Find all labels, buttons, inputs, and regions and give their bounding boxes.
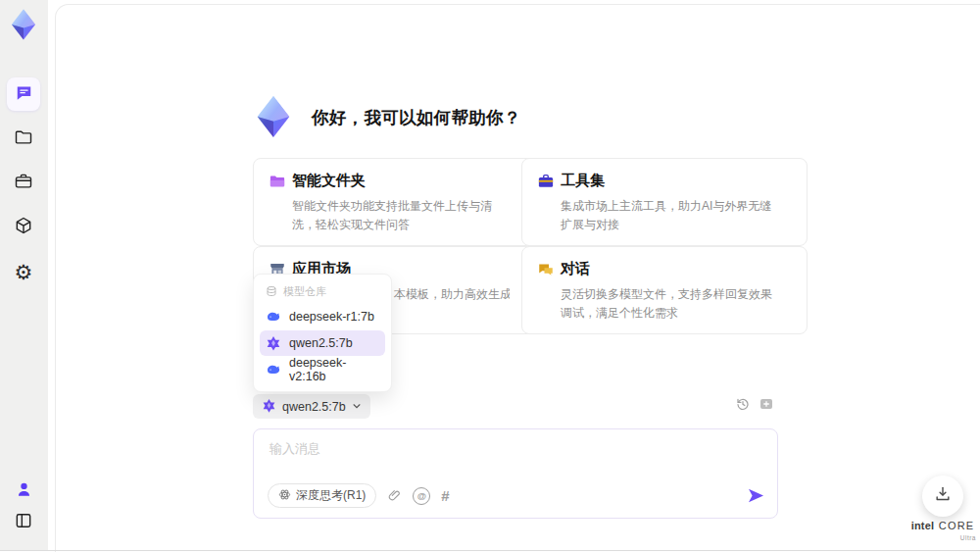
model-dropdown: 模型仓库 deepseek-r1:7b qwen2.5:7b deepseek-… (253, 274, 392, 392)
intel-wordmark: intel (911, 520, 935, 531)
send-button[interactable] (747, 486, 765, 505)
attachment-icon[interactable] (387, 488, 402, 503)
sidebar-item-panel[interactable] (13, 512, 34, 533)
intel-sub-label: Ultra (904, 534, 976, 541)
window-bottom-edge (0, 550, 980, 551)
model-dropdown-header: 模型仓库 (254, 280, 391, 303)
sidebar-item-folders[interactable] (13, 128, 34, 150)
card-title: 对话 (561, 260, 590, 278)
gear-icon: ⚙ (15, 262, 33, 282)
card-toolset[interactable]: 工具集 集成市场上主流工具，助力AI与外界无缝扩展与对接 (521, 158, 808, 246)
card-smart-folder[interactable]: 智能文件夹 智能文件夹功能支持批量文件上传与清洗，轻松实现文件问答 (253, 158, 539, 246)
intel-core-badge: intel core Ultra (904, 516, 980, 541)
model-selector-label: qwen2.5:7b (282, 400, 346, 414)
card-description: 灵活切换多模型文件，支持多样回复效果调试，满足个性化需求 (561, 285, 778, 322)
composer: 深度思考(R1) @ # (253, 428, 778, 519)
sidebar-item-toolbox[interactable] (13, 173, 34, 194)
deepseek-icon (266, 309, 281, 325)
deep-think-label: 深度思考(R1) (296, 487, 366, 504)
model-source-icon (266, 285, 277, 299)
prompt-hash-icon[interactable]: # (441, 488, 449, 503)
folder-icon (269, 173, 286, 190)
deepseek-icon (266, 362, 281, 377)
folder-outline-icon (14, 127, 33, 151)
briefcase-outline-icon (14, 172, 33, 195)
card-dialog[interactable]: 对话 灵活切换多模型文件，支持多样回复效果调试，满足个性化需求 (521, 246, 808, 334)
sidebar-item-settings[interactable]: ⚙ (13, 261, 34, 282)
sidebar: ⚙ (0, 0, 48, 550)
qwen-icon (266, 335, 281, 351)
card-description: 集成市场上主流工具，助力AI与外界无缝扩展与对接 (561, 197, 778, 233)
atom-icon (278, 488, 291, 504)
core-wordmark: core (939, 520, 975, 531)
chevron-down-icon (352, 400, 362, 414)
app-logo-icon (7, 8, 40, 41)
card-title: 工具集 (561, 172, 605, 190)
new-chat-icon[interactable] (759, 396, 774, 412)
card-title: 智能文件夹 (292, 172, 366, 190)
dropdown-item-label: qwen2.5:7b (289, 336, 353, 350)
mention-icon[interactable]: @ (413, 487, 430, 505)
qwen-icon (262, 398, 276, 416)
layout-panel-icon (14, 511, 33, 534)
sidebar-item-models[interactable] (13, 217, 34, 238)
user-icon (15, 480, 33, 503)
greeting-text: 你好，我可以如何帮助你？ (312, 106, 521, 129)
dropdown-item-label: deepseek-v2:16b (289, 356, 379, 383)
greeting-logo-icon (251, 94, 296, 139)
card-description: 智能文件夹功能支持批量文件上传与清洗，轻松实现文件问答 (292, 197, 510, 233)
dropdown-item-qwen[interactable]: qwen2.5:7b (260, 330, 385, 356)
deep-think-toggle[interactable]: 深度思考(R1) (268, 483, 376, 508)
message-input[interactable] (268, 438, 761, 476)
history-icon[interactable] (735, 396, 751, 412)
toolbox-icon (537, 173, 555, 190)
dropdown-item-deepseek-r1[interactable]: deepseek-r1:7b (260, 304, 385, 329)
dropdown-item-deepseek-v2[interactable]: deepseek-v2:16b (260, 357, 385, 382)
model-dropdown-header-label: 模型仓库 (283, 284, 326, 299)
download-button[interactable] (922, 476, 963, 517)
chat-icon (15, 83, 33, 106)
sidebar-item-chat[interactable] (7, 77, 40, 111)
download-icon (933, 484, 953, 508)
sidebar-item-account[interactable] (13, 480, 34, 502)
composer-toolbar: 深度思考(R1) @ # (268, 483, 765, 508)
dialog-icon (537, 261, 555, 278)
model-selector-button[interactable]: qwen2.5:7b (253, 394, 370, 419)
cube-icon (14, 216, 33, 239)
dropdown-item-label: deepseek-r1:7b (289, 310, 374, 324)
chat-actions (735, 396, 774, 412)
